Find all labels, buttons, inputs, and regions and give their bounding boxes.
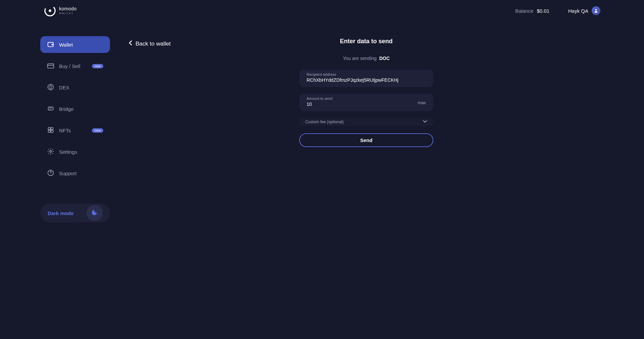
amount-label: Amount to send — [307, 96, 426, 100]
svg-text:WALLET: WALLET — [59, 12, 74, 15]
header: komodo WALLET Balance $0.01 Hayk QA — [0, 0, 644, 21]
svg-text:komodo: komodo — [59, 6, 77, 11]
balance-value: $0.01 — [537, 8, 549, 14]
svg-rect-13 — [48, 130, 50, 132]
svg-point-1 — [49, 9, 51, 12]
svg-point-9 — [48, 84, 54, 90]
sidebar-item-dex[interactable]: DEX — [40, 79, 110, 96]
send-button[interactable]: Send — [299, 133, 433, 147]
chevron-left-icon — [129, 40, 132, 47]
logo-text: komodo WALLET — [59, 6, 93, 16]
sending-note: You are sending DOC — [343, 56, 390, 61]
moon-icon — [91, 209, 98, 217]
recipient-field-group: Recipient address — [299, 70, 433, 87]
card-icon — [47, 62, 54, 70]
recipient-input[interactable] — [307, 77, 426, 83]
balance-display: Balance $0.01 — [515, 8, 549, 14]
wallet-icon — [47, 41, 54, 49]
svg-point-4 — [595, 9, 597, 11]
sidebar-item-label: Bridge — [59, 106, 73, 112]
avatar — [592, 6, 600, 15]
page-title: Enter data to send — [340, 38, 392, 45]
svg-rect-14 — [51, 130, 53, 132]
swap-icon — [47, 83, 54, 92]
help-icon — [47, 169, 54, 178]
sidebar-item-nfts[interactable]: NFTs new — [40, 122, 110, 139]
dark-mode-label: Dark mode — [48, 210, 74, 216]
custom-fee-dropdown[interactable]: Custom fee (optional) — [299, 118, 433, 126]
sidebar-item-settings[interactable]: Settings — [40, 143, 110, 160]
sidebar-item-label: Settings — [59, 149, 77, 155]
sidebar-item-label: DEX — [59, 85, 69, 90]
sidebar-item-label: Buy / Sell — [59, 63, 80, 69]
sidebar-item-label: NFTs — [59, 128, 71, 133]
sending-asset: DOC — [379, 56, 390, 61]
dark-mode-toggle-card: Dark mode — [40, 204, 110, 222]
max-button[interactable]: max — [418, 100, 426, 105]
sidebar: Wallet Buy / Sell new — [40, 21, 110, 339]
logo-icon — [44, 4, 56, 17]
sidebar-item-label: Wallet — [59, 42, 73, 48]
dark-mode-toggle[interactable] — [87, 205, 103, 221]
new-badge: new — [92, 128, 103, 133]
sidebar-item-bridge[interactable]: Bridge — [40, 100, 110, 117]
back-label: Back to wallet — [136, 41, 171, 47]
svg-rect-12 — [51, 127, 53, 129]
sidebar-item-label: Support — [59, 171, 77, 176]
sidebar-item-buy-sell[interactable]: Buy / Sell new — [40, 58, 110, 74]
sending-prefix: You are sending — [343, 56, 377, 61]
custom-fee-label: Custom fee (optional) — [305, 120, 344, 124]
svg-point-6 — [52, 44, 53, 45]
grid-icon — [47, 126, 54, 135]
svg-rect-7 — [48, 64, 54, 68]
sidebar-item-wallet[interactable]: Wallet — [40, 36, 110, 53]
svg-point-15 — [50, 150, 52, 152]
recipient-label: Recipient address — [307, 72, 426, 76]
sidebar-item-support[interactable]: Support — [40, 165, 110, 182]
bridge-icon — [47, 105, 54, 113]
svg-rect-10 — [48, 107, 53, 110]
user-menu[interactable]: Hayk QA — [568, 6, 600, 15]
balance-label: Balance — [515, 8, 533, 14]
logo[interactable]: komodo WALLET — [44, 4, 93, 17]
amount-input[interactable] — [307, 101, 426, 107]
chevron-down-icon — [423, 120, 427, 124]
amount-field-group: Amount to send max — [299, 94, 433, 111]
gear-icon — [47, 148, 54, 156]
main-content: Back to wallet Enter data to send You ar… — [129, 21, 604, 339]
svg-rect-11 — [48, 127, 50, 129]
new-badge: new — [92, 64, 103, 68]
user-name: Hayk QA — [568, 8, 588, 14]
